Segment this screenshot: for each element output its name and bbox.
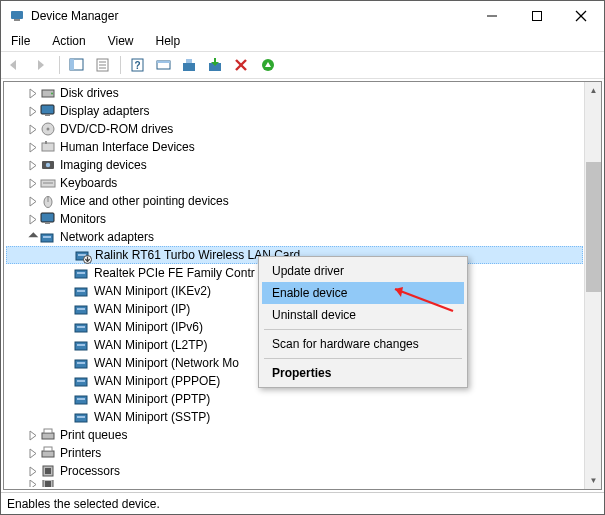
expand-icon[interactable] — [26, 107, 40, 116]
scroll-up-icon[interactable]: ▲ — [585, 82, 602, 99]
tree-item-label: WAN Miniport (PPPOE) — [94, 374, 220, 388]
vertical-scrollbar[interactable]: ▲ ▼ — [584, 82, 601, 489]
category-hid[interactable]: Human Interface Devices — [6, 138, 583, 156]
tree-item-label: Network adapters — [60, 230, 154, 244]
category-processor[interactable]: Processors — [6, 462, 583, 480]
svg-rect-37 — [45, 222, 50, 224]
ctx-separator — [264, 329, 462, 330]
svg-rect-66 — [45, 468, 51, 474]
category-mouse[interactable]: Mice and other pointing devices — [6, 192, 583, 210]
disk-icon — [40, 85, 56, 101]
collapse-icon[interactable] — [25, 229, 41, 245]
expand-icon[interactable] — [26, 89, 40, 98]
network-icon — [74, 265, 90, 281]
expand-icon[interactable] — [26, 125, 40, 134]
category-keyboard[interactable]: Keyboards — [6, 174, 583, 192]
tree-item-label: WAN Miniport (IPv6) — [94, 320, 203, 334]
svg-rect-16 — [183, 63, 195, 71]
processor-icon — [40, 463, 56, 479]
tree-item-label: Processors — [60, 464, 120, 478]
tree-item-label: Realtek PCIe FE Family Contr — [94, 266, 255, 280]
expand-icon[interactable] — [26, 215, 40, 224]
category-disk[interactable]: Disk drives — [6, 84, 583, 102]
ctx-scan-hardware[interactable]: Scan for hardware changes — [262, 333, 464, 355]
disable-device-button[interactable] — [257, 54, 279, 76]
svg-rect-46 — [77, 290, 85, 292]
expand-icon[interactable] — [26, 480, 40, 487]
svg-text:?: ? — [134, 60, 140, 71]
properties-button[interactable] — [92, 54, 114, 76]
tree-item-label: Printers — [60, 446, 101, 460]
svg-rect-17 — [186, 59, 192, 63]
help-button[interactable]: ? — [127, 54, 149, 76]
tree-item-label: Imaging devices — [60, 158, 147, 172]
toolbar: ? — [1, 51, 604, 79]
monitor-icon — [40, 211, 56, 227]
minimize-button[interactable] — [469, 1, 514, 31]
network-icon — [74, 319, 90, 335]
menu-action[interactable]: Action — [48, 32, 89, 50]
svg-rect-29 — [45, 141, 47, 144]
category-display[interactable]: Display adapters — [6, 102, 583, 120]
window-title: Device Manager — [31, 9, 469, 23]
category-monitor[interactable]: Monitors — [6, 210, 583, 228]
svg-rect-7 — [70, 59, 74, 70]
separator — [120, 56, 121, 74]
tree-item[interactable] — [6, 480, 583, 487]
show-hide-button[interactable] — [66, 54, 88, 76]
expand-icon[interactable] — [26, 179, 40, 188]
svg-rect-56 — [77, 380, 85, 382]
svg-rect-39 — [43, 236, 51, 238]
update-driver-button[interactable] — [179, 54, 201, 76]
svg-rect-60 — [77, 416, 85, 418]
category-printer[interactable]: Print queues — [6, 426, 583, 444]
ctx-update-driver[interactable]: Update driver — [262, 260, 464, 282]
svg-rect-52 — [77, 344, 85, 346]
expand-icon[interactable] — [26, 449, 40, 458]
tree-item-label: Human Interface Devices — [60, 140, 195, 154]
device-item[interactable]: WAN Miniport (PPTP) — [6, 390, 583, 408]
imaging-icon — [40, 157, 56, 173]
svg-rect-41 — [78, 254, 86, 256]
menu-view[interactable]: View — [104, 32, 138, 50]
expand-icon[interactable] — [26, 143, 40, 152]
svg-rect-63 — [42, 451, 54, 457]
expand-icon[interactable] — [26, 197, 40, 206]
svg-rect-28 — [42, 143, 54, 151]
printer-icon — [40, 445, 56, 461]
category-network[interactable]: Network adapters — [6, 228, 583, 246]
tree-item-label: Disk drives — [60, 86, 119, 100]
device-item[interactable]: WAN Miniport (SSTP) — [6, 408, 583, 426]
tree-item-label: WAN Miniport (Network Mo — [94, 356, 239, 370]
svg-rect-48 — [77, 308, 85, 310]
uninstall-device-button[interactable] — [231, 54, 253, 76]
category-imaging[interactable]: Imaging devices — [6, 156, 583, 174]
network-icon — [74, 355, 90, 371]
close-button[interactable] — [559, 1, 604, 31]
category-dvd[interactable]: DVD/CD-ROM drives — [6, 120, 583, 138]
forward-button[interactable] — [31, 54, 53, 76]
ctx-properties[interactable]: Properties — [262, 362, 464, 384]
expand-icon[interactable] — [26, 431, 40, 440]
scroll-down-icon[interactable]: ▼ — [585, 472, 602, 489]
scroll-thumb[interactable] — [586, 162, 601, 292]
tree-item-label: WAN Miniport (IP) — [94, 302, 190, 316]
maximize-button[interactable] — [514, 1, 559, 31]
scan-hardware-button[interactable] — [153, 54, 175, 76]
svg-rect-68 — [45, 481, 51, 487]
titlebar: Device Manager — [1, 1, 604, 31]
window-controls — [469, 1, 604, 31]
category-printer[interactable]: Printers — [6, 444, 583, 462]
network-icon — [74, 391, 90, 407]
expand-icon[interactable] — [26, 467, 40, 476]
back-button[interactable] — [5, 54, 27, 76]
svg-rect-44 — [77, 272, 85, 274]
svg-rect-58 — [77, 398, 85, 400]
expand-icon[interactable] — [26, 161, 40, 170]
menu-file[interactable]: File — [7, 32, 34, 50]
tree-item-label: Keyboards — [60, 176, 117, 190]
svg-rect-61 — [42, 433, 54, 439]
menu-help[interactable]: Help — [152, 32, 185, 50]
enable-device-button[interactable] — [205, 54, 227, 76]
status-bar: Enables the selected device. — [1, 492, 604, 514]
